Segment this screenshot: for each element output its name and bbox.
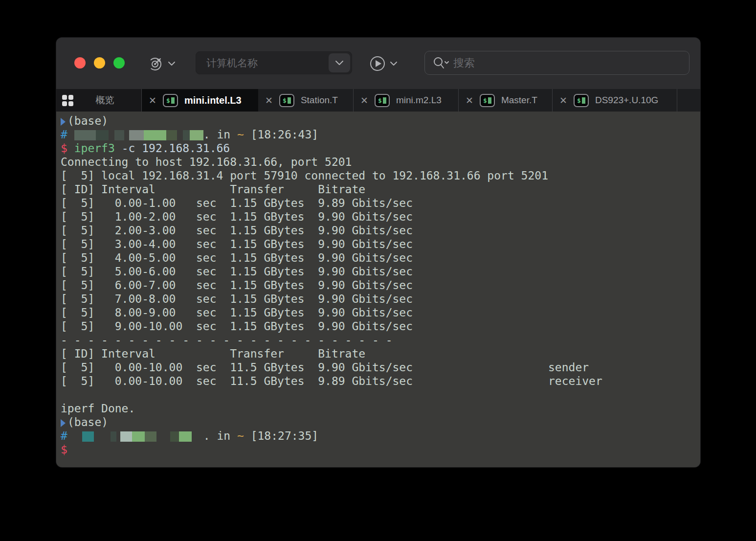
connect-button[interactable] <box>147 55 176 72</box>
terminal-icon: $ <box>163 94 178 107</box>
terminal-line: [ 5] 1.00-2.00 sec 1.15 GBytes 9.90 Gbit… <box>61 210 695 224</box>
prompt-arrow-icon <box>61 118 66 126</box>
terminal-line: # . in ~ [18:26:43] <box>61 128 695 141</box>
tab-bar: 概览 $ mini.intel.L3 $ Station.T $ mini.m2… <box>56 89 700 112</box>
redacted-block <box>124 130 129 140</box>
close-window-button[interactable] <box>74 57 86 68</box>
terminal-line: [ 5] 6.00-7.00 sec 1.15 GBytes 9.90 Gbit… <box>61 278 695 292</box>
terminal-line: [ 5] 4.00-5.00 sec 1.15 GBytes 9.90 Gbit… <box>61 251 695 265</box>
redacted-block <box>96 130 109 140</box>
close-tab-icon[interactable] <box>265 96 273 105</box>
chevron-down-icon <box>335 60 344 66</box>
terminal-icon: $ <box>574 94 589 107</box>
close-tab-icon[interactable] <box>360 96 368 105</box>
chevron-down-icon <box>168 61 176 66</box>
redacted-block <box>116 431 120 442</box>
terminal-line: [ 5] 0.00-1.00 sec 1.15 GBytes 9.89 Gbit… <box>61 196 695 210</box>
redacted-block <box>179 431 192 442</box>
terminal-line: [ 5] 0.00-10.00 sec 11.5 GBytes 9.89 Gbi… <box>61 374 695 388</box>
terminal-line: [ 5] 5.00-6.00 sec 1.15 GBytes 9.90 Gbit… <box>61 265 695 278</box>
search-input[interactable] <box>453 57 689 69</box>
tab-label: DS923+.U.10G <box>595 95 658 106</box>
tab-mini-intel-l3[interactable]: $ mini.intel.L3 <box>142 89 258 112</box>
tab-bar-filler <box>677 89 700 112</box>
redacted-block <box>114 130 124 140</box>
redacted-block <box>144 130 166 140</box>
chevron-down-icon <box>390 61 398 66</box>
computer-name-dropdown-button[interactable] <box>329 53 350 72</box>
computer-name-combobox[interactable]: 计算机名称 <box>196 51 352 74</box>
redacted-block <box>74 130 96 140</box>
search-field[interactable] <box>424 51 689 75</box>
terminal-line: Connecting to host 192.168.31.66, port 5… <box>61 155 695 169</box>
terminal-line: [ ID] Interval Transfer Bitrate <box>61 347 695 361</box>
redacted-block <box>82 431 94 442</box>
terminal-line: # . in ~ [18:27:35] <box>61 429 695 443</box>
tab-station-t[interactable]: $ Station.T <box>258 89 354 112</box>
redacted-block <box>109 130 114 140</box>
redacted-block <box>166 130 177 140</box>
close-tab-icon[interactable] <box>466 96 473 105</box>
overview-grid-icon <box>62 95 73 106</box>
terminal-line: [ 5] 2.00-3.00 sec 1.15 GBytes 9.90 Gbit… <box>61 224 695 237</box>
target-dart-icon <box>147 55 164 72</box>
redacted-block <box>132 431 145 442</box>
close-tab-icon[interactable] <box>149 96 156 105</box>
tab-overview[interactable]: 概览 <box>56 89 142 112</box>
zoom-window-button[interactable] <box>113 57 125 68</box>
terminal-line: [ 5] 7.00-8.00 sec 1.15 GBytes 9.90 Gbit… <box>61 292 695 306</box>
tab-label: 概览 <box>96 94 114 107</box>
redacted-block <box>129 130 144 140</box>
minimize-window-button[interactable] <box>94 57 105 68</box>
prompt-arrow-icon <box>61 419 66 427</box>
terminal-icon: $ <box>279 94 294 107</box>
terminal-line: [ ID] Interval Transfer Bitrate <box>61 182 695 196</box>
terminal-line: (base) <box>61 114 695 128</box>
redacted-block <box>156 431 170 442</box>
redacted-block <box>190 130 203 140</box>
redacted-block <box>120 431 132 442</box>
terminal-line: (base) <box>61 415 695 429</box>
terminal-line: [ 5] 8.00-9.00 sec 1.15 GBytes 9.90 Gbit… <box>61 306 695 319</box>
terminal-icon: $ <box>480 94 495 107</box>
redacted-block <box>192 431 203 442</box>
tab-mini-m2-l3[interactable]: $ mini.m2.L3 <box>354 89 459 112</box>
redacted-block <box>177 130 183 140</box>
app-window: 计算机名称 <box>56 38 700 467</box>
terminal-line: [ 5] 0.00-10.00 sec 11.5 GBytes 9.90 Gbi… <box>61 361 695 374</box>
terminal-line: $ <box>61 443 695 456</box>
redacted-block <box>94 431 111 442</box>
redacted-block <box>74 431 82 442</box>
redacted-block <box>170 431 179 442</box>
terminal-line: [ 5] local 192.168.31.4 port 57910 conne… <box>61 169 695 182</box>
redacted-block <box>145 431 156 442</box>
title-bar: 计算机名称 <box>56 38 700 89</box>
terminal-line: [ 5] 9.00-10.00 sec 1.15 GBytes 9.90 Gbi… <box>61 319 695 333</box>
computer-name-placeholder: 计算机名称 <box>196 56 329 70</box>
tab-label: Station.T <box>301 95 338 106</box>
terminal-line: iperf Done. <box>61 402 695 415</box>
terminal-output[interactable]: (base)# . in ~ [18:26:43]$ iperf3 -c 192… <box>56 112 700 467</box>
redacted-block <box>183 130 190 140</box>
close-tab-icon[interactable] <box>559 96 567 105</box>
tab-master-t[interactable]: $ Master.T <box>459 89 553 112</box>
terminal-line: - - - - - - - - - - - - - - - - - - - - … <box>61 333 695 347</box>
search-icon <box>433 57 449 69</box>
tab-label: mini.m2.L3 <box>396 95 442 106</box>
play-circle-icon <box>369 55 386 72</box>
terminal-line: [ 5] 3.00-4.00 sec 1.15 GBytes 9.90 Gbit… <box>61 237 695 251</box>
terminal-line <box>61 388 695 402</box>
tab-label: Master.T <box>501 95 537 106</box>
terminal-icon: $ <box>375 94 390 107</box>
run-button[interactable] <box>369 55 398 72</box>
tab-label: mini.intel.L3 <box>184 95 242 106</box>
redacted-block <box>111 431 116 442</box>
terminal-line: $ iperf3 -c 192.168.31.66 <box>61 141 695 155</box>
tab-ds923-u-10g[interactable]: $ DS923+.U.10G <box>553 89 677 112</box>
